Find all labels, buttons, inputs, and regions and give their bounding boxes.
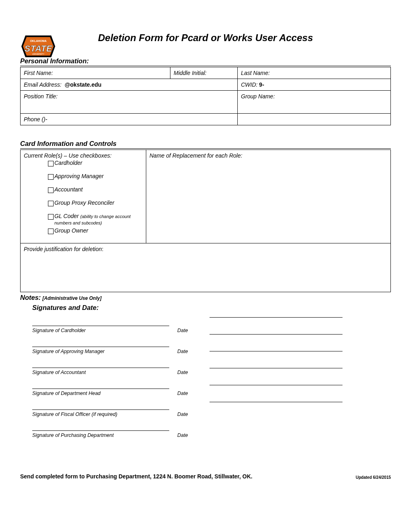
sig-fiscal-label: Signature of Fiscal Officer (if required… [32,410,177,417]
role-gl-coder[interactable]: GL Coder (ability to change account numb… [48,213,143,226]
card-info-table: Current Role(s) – Use checkboxes: Cardho… [20,150,391,292]
roles-heading: Current Role(s) – Use checkboxes: [24,152,143,159]
email-cell[interactable]: Email Address: @okstate.edu [21,79,238,91]
middle-initial-cell[interactable]: Middle Initial: [170,67,238,79]
sig-purchasing-label: Signature of Purchasing Department [32,431,177,438]
section-personal-info: Personal Information: [20,57,391,66]
sig-cardholder-label: Signature of Cardholder [32,326,177,333]
signature-line-right[interactable] [210,385,342,386]
justification-cell[interactable]: Provide justification for deletion: [21,243,391,292]
first-name-cell[interactable]: First Name: [21,67,170,79]
sig-dept-head-label: Signature of Department Head [32,389,177,396]
date-label: Date [177,389,201,396]
last-name-cell[interactable]: Last Name: [238,67,391,79]
position-title-cell[interactable]: Position Title: [21,91,238,114]
signature-line-right[interactable] [210,351,342,352]
cwid-cell[interactable]: CWID: 9- [238,79,391,91]
role-approving-manager[interactable]: Approving Manager [48,173,143,180]
date-label: Date [177,347,201,354]
svg-text:UNIVERSITY: UNIVERSITY [32,53,45,55]
role-group-proxy[interactable]: Group Proxy Reconciler [48,200,143,206]
role-cardholder[interactable]: Cardholder [48,160,143,166]
role-accountant[interactable]: Accountant [48,186,143,193]
checkbox-icon[interactable] [48,229,54,234]
checkbox-icon[interactable] [48,161,54,166]
section-card-info: Card Information and Controls [20,140,391,149]
checkbox-icon[interactable] [48,214,54,220]
role-group-owner[interactable]: Group Owner [48,227,143,234]
signature-line-right[interactable] [210,402,342,403]
form-title: Deletion Form for Pcard or Works User Ac… [20,32,391,44]
signature-line-right[interactable] [210,334,342,335]
osu-logo: OKLAHOMA STATE UNIVERSITY [18,32,58,60]
signature-line-right[interactable] [210,368,342,369]
group-name-cell[interactable]: Group Name: [238,91,391,114]
personal-info-table: First Name: Middle Initial: Last Name: E… [20,67,391,125]
blank-cell[interactable] [238,114,391,125]
replacement-cell[interactable]: Name of Replacement for each Role: [146,150,391,243]
footer-instructions: Send completed form to Purchasing Depart… [20,473,252,480]
signature-line-right[interactable] [210,317,342,318]
sig-accountant-label: Signature of Accountant [32,368,177,375]
date-label: Date [177,368,201,375]
signatures-heading: Signatures and Date: [32,304,391,312]
svg-text:STATE: STATE [25,44,53,54]
roles-cell: Current Role(s) – Use checkboxes: Cardho… [21,150,146,243]
date-label: Date [177,410,201,417]
svg-text:OKLAHOMA: OKLAHOMA [30,39,46,42]
sig-approving-manager-label: Signature of Approving Manager [32,347,177,354]
date-label: Date [177,431,201,438]
checkbox-icon[interactable] [48,201,54,206]
phone-cell[interactable]: Phone ()- [21,114,238,125]
date-label: Date [177,326,201,333]
footer-updated: Updated 6/24/2015 [356,475,391,480]
notes-heading: Notes: [Administrative Use Only] [20,294,391,301]
checkbox-icon[interactable] [48,174,54,180]
checkbox-icon[interactable] [48,187,54,193]
